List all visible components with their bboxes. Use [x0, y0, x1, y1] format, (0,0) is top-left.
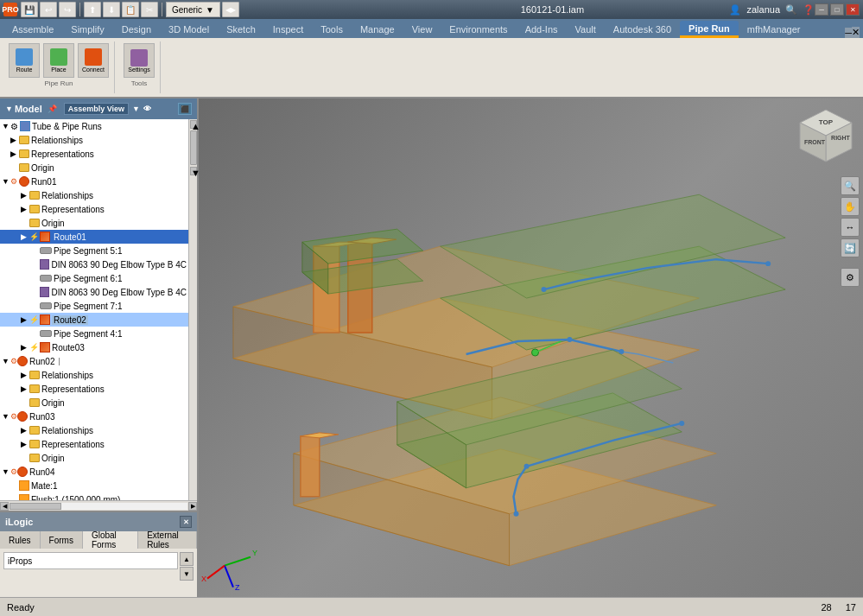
- route-btn[interactable]: Route: [9, 43, 40, 78]
- ribbon-close[interactable]: ✕: [852, 27, 860, 38]
- redo-btn[interactable]: ↪: [59, 2, 76, 17]
- tree-item-mate1[interactable]: Mate:1: [0, 479, 188, 492]
- ilogic-tab-forms[interactable]: Forms: [41, 531, 83, 549]
- model-collapse-btn[interactable]: ⬛: [178, 103, 192, 115]
- rotate-btn[interactable]: 🔄: [841, 238, 860, 257]
- connect-btn[interactable]: Connect: [78, 43, 109, 78]
- tree-item-route01[interactable]: ▶ ⚡ Route01: [0, 230, 188, 244]
- svg-line-30: [225, 566, 233, 587]
- tree-scrollbar-horizontal[interactable]: ◀ ▶: [0, 500, 197, 511]
- tab-manage[interactable]: Manage: [352, 21, 403, 38]
- up-btn[interactable]: ⬆: [84, 2, 101, 17]
- tab-mfhmanager[interactable]: mfhManager: [739, 21, 809, 38]
- down-btn[interactable]: ⬇: [103, 2, 120, 17]
- settings-btn[interactable]: Settings: [124, 43, 155, 78]
- ilogic-input[interactable]: iProps: [3, 552, 178, 569]
- tab-addins[interactable]: Add-Ins: [517, 21, 567, 38]
- zoom-btn[interactable]: 🔍: [841, 176, 860, 195]
- tree-item-rep-2[interactable]: ▶ Representations: [0, 202, 188, 216]
- ribbon-pin[interactable]: ─: [845, 28, 852, 38]
- scroll-up-btn[interactable]: ▲: [190, 120, 197, 129]
- tree-item-rep-1[interactable]: ▶ Representations: [0, 147, 188, 161]
- ilogic-title: iLogic: [5, 517, 33, 527]
- tab-inspect[interactable]: Inspect: [264, 21, 312, 38]
- place-btn[interactable]: Place: [43, 43, 74, 78]
- nav-cube[interactable]: TOP FRONT RIGHT: [796, 105, 856, 166]
- tab-3dmodel[interactable]: 3D Model: [160, 21, 218, 38]
- svg-point-14: [567, 337, 572, 342]
- tree-item-run04[interactable]: ▼ ⚙ Run04: [0, 465, 188, 479]
- scroll-right-btn[interactable]: ▶: [188, 502, 197, 511]
- tree-item-route02[interactable]: ▶ ⚡ Route02: [0, 313, 188, 327]
- save-btn[interactable]: 💾: [21, 2, 38, 17]
- scroll-left-btn[interactable]: ◀: [0, 502, 9, 511]
- generic-dropdown[interactable]: Generic ▼: [166, 2, 220, 17]
- tree-item-rel-2[interactable]: ▶ Relationships: [0, 188, 188, 202]
- pan-btn[interactable]: ✋: [841, 197, 860, 216]
- tree-scrollbar-vertical[interactable]: ▲ ▼: [188, 119, 197, 500]
- tab-sketch[interactable]: Sketch: [218, 21, 264, 38]
- tree-item-rel-4[interactable]: ▶ Relationships: [0, 423, 188, 437]
- tree-item-flush1[interactable]: Flush:1 (1500.000 mm): [0, 492, 188, 500]
- ribbon-buttons: Route Place Connect: [9, 43, 109, 78]
- ilogic-scroll-down[interactable]: ▼: [180, 567, 194, 581]
- scroll-down-btn[interactable]: ▼: [190, 167, 197, 175]
- tree-item-origin-4[interactable]: Origin: [0, 451, 188, 465]
- tab-vault[interactable]: Vault: [567, 21, 605, 38]
- tree-item-rel-1[interactable]: ▶ Relationships: [0, 133, 188, 147]
- tree-item-origin-3[interactable]: Origin: [0, 396, 188, 410]
- tree-item-origin-1[interactable]: Origin: [0, 161, 188, 175]
- settings-view-btn[interactable]: ⚙: [841, 268, 860, 287]
- ilogic-scroll-up[interactable]: ▲: [180, 552, 194, 566]
- expand-btn[interactable]: ◀▶: [222, 2, 239, 17]
- ilogic-tab-rules[interactable]: Rules: [0, 531, 41, 549]
- undo-btn[interactable]: ↩: [40, 2, 57, 17]
- tab-tools[interactable]: Tools: [312, 21, 352, 38]
- tree-item-pipe-seg-6[interactable]: Pipe Segment 6:1: [0, 271, 188, 285]
- tree-item-run02[interactable]: ▼ ⚙ Run02 |: [0, 354, 188, 368]
- tree-item-run03[interactable]: ▼ ⚙ Run03: [0, 410, 188, 423]
- viewport[interactable]: Y Z X TOP FRONT RIGHT: [199, 98, 863, 597]
- tab-piperun[interactable]: Pipe Run: [680, 21, 739, 38]
- icon-assembly-indicator: ⚙: [10, 122, 18, 131]
- model-expand-icon[interactable]: ▼: [5, 105, 13, 113]
- orbit-btn[interactable]: ↔: [841, 218, 860, 237]
- tree-item-pipe-seg-7[interactable]: Pipe Segment 7:1: [0, 299, 188, 313]
- help-icon[interactable]: ❓: [803, 4, 815, 16]
- close-btn[interactable]: ✕: [846, 3, 860, 16]
- tree-item-rel-3[interactable]: ▶ Relationships: [0, 368, 188, 382]
- tree-item-route03[interactable]: ▶ ⚡ Route03: [0, 340, 188, 354]
- ribbon-group-label-1: Pipe Run: [9, 79, 109, 87]
- tree-item-rep-3[interactable]: ▶ Representations: [0, 382, 188, 396]
- scroll-thumb[interactable]: [190, 130, 197, 165]
- tree-item-pipe-seg-5[interactable]: Pipe Segment 5:1: [0, 244, 188, 257]
- tab-view[interactable]: View: [403, 21, 441, 38]
- tab-design[interactable]: Design: [113, 21, 160, 38]
- ilogic-tab-externalrules[interactable]: External Rules: [138, 531, 197, 549]
- tree-item-rep-4[interactable]: ▶ Representations: [0, 437, 188, 451]
- ilogic-tab-globalforms[interactable]: Global Forms: [83, 531, 138, 549]
- model-title: Model: [15, 104, 42, 114]
- tree-item-tube-pipe[interactable]: ▼ ⚙ Tube & Pipe Runs: [0, 119, 188, 133]
- scrollbar-thumb-h[interactable]: [10, 503, 61, 510]
- ilogic-close-btn[interactable]: ✕: [180, 516, 192, 528]
- model-tree[interactable]: ▼ ⚙ Tube & Pipe Runs ▶ Relationships ▶: [0, 119, 188, 500]
- tab-environments[interactable]: Environments: [441, 21, 516, 38]
- tree-item-elbow-2[interactable]: DIN 8063 90 Deg Elbow Type B 4C: [0, 285, 188, 299]
- copy-btn[interactable]: 📋: [122, 2, 139, 17]
- svg-line-31: [207, 566, 225, 579]
- tree-item-pipe-seg-4[interactable]: Pipe Segment 4:1: [0, 327, 188, 340]
- tab-assemble[interactable]: Assemble: [3, 21, 62, 38]
- tree-item-origin-2[interactable]: Origin: [0, 216, 188, 230]
- tree-item-run01[interactable]: ▼ ⚙ Run01: [0, 175, 188, 188]
- minimize-btn[interactable]: ─: [815, 3, 828, 16]
- tab-autodesk360[interactable]: Autodesk 360: [605, 21, 680, 38]
- cut-btn[interactable]: ✂: [141, 2, 158, 17]
- search-icon[interactable]: 🔍: [785, 4, 797, 16]
- svg-point-27: [531, 349, 538, 356]
- tree-item-elbow-1[interactable]: DIN 8063 90 Deg Elbow Type B 4C: [0, 257, 188, 271]
- separator-1: [79, 3, 80, 16]
- maximize-btn[interactable]: □: [830, 3, 844, 16]
- user-area: 👤 zalanua 🔍 ❓: [729, 4, 815, 16]
- tab-simplify[interactable]: Simplify: [62, 21, 113, 38]
